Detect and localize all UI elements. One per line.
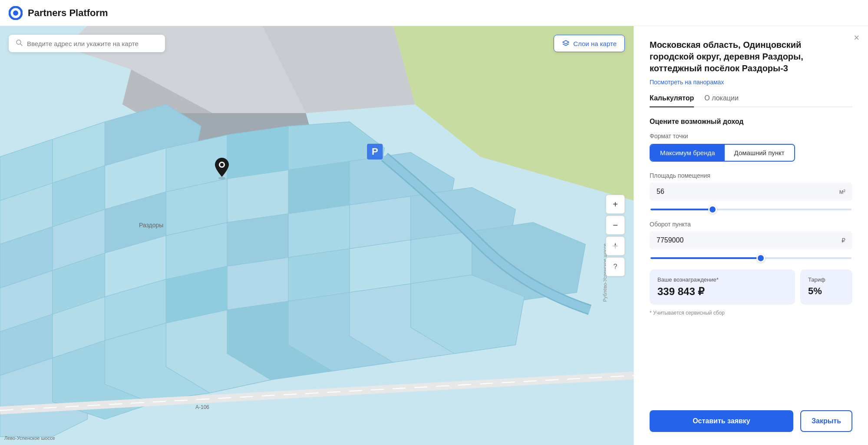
tariff-card: Тариф 5% bbox=[800, 269, 852, 305]
area-slider-container[interactable] bbox=[650, 204, 852, 212]
area-slider[interactable] bbox=[650, 209, 851, 210]
turnover-label: Оборот пункта bbox=[650, 221, 852, 228]
svg-point-1 bbox=[13, 10, 18, 16]
zoom-in-button[interactable]: + bbox=[606, 195, 625, 214]
logo-icon bbox=[9, 6, 23, 20]
svg-point-57 bbox=[220, 163, 224, 166]
section-title: Оцените возможный доход bbox=[650, 118, 852, 126]
action-buttons: Оставить заявку Закрыть bbox=[650, 410, 852, 432]
tabs: Калькулятор О локации bbox=[650, 94, 852, 107]
header: Partners Platform bbox=[0, 0, 868, 26]
main-layout: P Раздоры Рублёво-Успенское шоссе А-106 … bbox=[0, 26, 868, 445]
tab-location[interactable]: О локации bbox=[704, 94, 739, 107]
tariff-label: Тариф bbox=[808, 276, 845, 283]
area-unit: м² bbox=[839, 188, 845, 195]
reward-card: Ваше вознаграждение* 339 843 ₽ bbox=[650, 269, 795, 305]
turnover-value: 7759000 bbox=[657, 236, 842, 244]
tab-calculator[interactable]: Калькулятор bbox=[650, 94, 694, 107]
svg-text:P: P bbox=[372, 146, 378, 157]
zoom-out-button[interactable]: − bbox=[606, 216, 625, 235]
tariff-value: 5% bbox=[808, 286, 845, 297]
map-background: P bbox=[0, 26, 634, 445]
right-panel: × Московская область, Одинцовский городс… bbox=[634, 26, 868, 445]
turnover-unit: ₽ bbox=[842, 237, 845, 244]
format-buttons: Максимум бренда Домашний пункт bbox=[650, 144, 795, 162]
format-max-brand[interactable]: Максимум бренда bbox=[650, 145, 725, 161]
result-cards: Ваше вознаграждение* 339 843 ₽ Тариф 5% bbox=[650, 269, 852, 305]
search-input[interactable] bbox=[27, 40, 158, 47]
svg-line-54 bbox=[20, 44, 22, 46]
layers-label: Слои на карте bbox=[573, 40, 617, 47]
reward-label: Ваше вознаграждение* bbox=[657, 276, 787, 283]
map-controls: + − ? bbox=[606, 195, 625, 276]
area-label: Площадь помещения bbox=[650, 172, 852, 179]
map-pin bbox=[213, 157, 231, 181]
svg-point-55 bbox=[218, 177, 225, 179]
compass-button[interactable] bbox=[606, 236, 625, 256]
panel-close-button[interactable]: × bbox=[854, 33, 859, 43]
format-home-point[interactable]: Домашний пункт bbox=[725, 145, 794, 161]
location-title: Московская область, Одинцовский городско… bbox=[650, 39, 852, 74]
layers-button[interactable]: Слои на карте bbox=[554, 35, 625, 52]
submit-button[interactable]: Оставить заявку bbox=[650, 410, 793, 432]
turnover-slider[interactable] bbox=[650, 257, 851, 259]
map-search-bar[interactable] bbox=[9, 35, 165, 52]
turnover-field-row: 7759000 ₽ bbox=[650, 231, 852, 249]
format-label: Формат точки bbox=[650, 133, 852, 139]
area-field-row: 56 м² bbox=[650, 183, 852, 201]
search-icon bbox=[16, 39, 23, 48]
close-panel-button[interactable]: Закрыть bbox=[800, 410, 852, 432]
footnote: * Учитывается сервисный сбор bbox=[650, 310, 852, 316]
help-button[interactable]: ? bbox=[606, 257, 625, 276]
reward-value: 339 843 ₽ bbox=[657, 286, 787, 298]
app-title: Partners Platform bbox=[28, 7, 108, 19]
turnover-slider-container[interactable] bbox=[650, 253, 852, 261]
map-area[interactable]: P Раздоры Рублёво-Успенское шоссе А-106 … bbox=[0, 26, 634, 445]
layers-icon bbox=[562, 40, 570, 47]
panorama-link[interactable]: Посмотреть на панорамах bbox=[650, 79, 852, 86]
area-value: 56 bbox=[657, 188, 839, 196]
